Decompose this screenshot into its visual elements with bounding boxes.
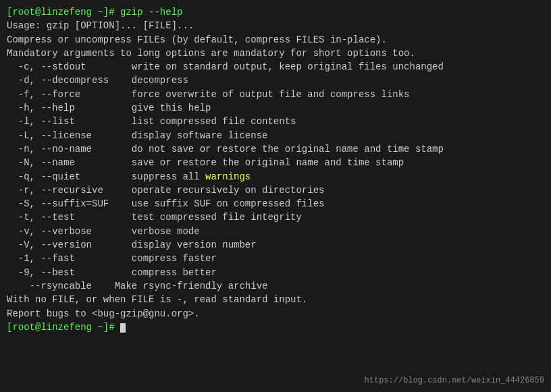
terminal-line: -v, --verbose verbose mode [7, 225, 544, 238]
terminal-text: [root@linzefeng ~]# gzip --help [7, 7, 182, 18]
terminal-text: -N, --name save or restore the original … [7, 157, 404, 168]
terminal-line: Compress or uncompress FILEs (by default… [7, 33, 544, 47]
terminal-line: -n, --no-name do not save or restore the… [7, 142, 544, 156]
terminal-line: -f, --force force overwrite of output fi… [7, 88, 544, 101]
terminal-line: -d, --decompress decompress [7, 74, 544, 87]
terminal-text: -S, --suffix=SUF use suffix SUF on compr… [7, 198, 324, 209]
terminal-line: -L, --license display software license [7, 129, 544, 142]
terminal-window: [root@linzefeng ~]# gzip --helpUsage: gz… [0, 0, 551, 392]
terminal-line: -S, --suffix=SUF use suffix SUF on compr… [7, 197, 544, 211]
terminal-text: -V, --version display version number [7, 240, 257, 250]
terminal-line: Report bugs to <bug-gzip@gnu.org>. [7, 307, 544, 320]
terminal-line: With no FILE, or when FILE is -, read st… [7, 293, 544, 306]
terminal-text: -t, --test test compressed file integrit… [7, 212, 302, 223]
terminal-line: -h, --help give this help [7, 101, 544, 115]
terminal-text: -d, --decompress decompress [7, 75, 188, 86]
terminal-text: -q, --quiet suppress all [7, 171, 205, 182]
terminal-output: [root@linzefeng ~]# gzip --helpUsage: gz… [7, 5, 544, 334]
terminal-line: Usage: gzip [OPTION]... [FILE]... [7, 19, 544, 32]
terminal-text: -f, --force force overwrite of output fi… [7, 89, 410, 100]
terminal-text: -9, --best compress better [7, 267, 217, 278]
watermark: https://blog.csdn.net/weixin_44426859 [365, 375, 544, 387]
terminal-line: [root@linzefeng ~]# gzip --help [7, 5, 544, 19]
terminal-text: -1, --fast compress faster [7, 253, 217, 264]
terminal-text: -r, --recursive operate recursively on d… [7, 185, 324, 196]
terminal-line: -r, --recursive operate recursively on d… [7, 184, 544, 197]
terminal-text: Mandatory arguments to long options are … [7, 48, 415, 59]
terminal-text: --rsyncable Make rsync-friendly archive [7, 281, 267, 291]
terminal-text: -c, --stdout write on standard output, k… [7, 61, 444, 72]
terminal-line: -l, --list list compressed file contents [7, 115, 544, 128]
terminal-line: -q, --quiet suppress all warnings [7, 170, 544, 184]
terminal-text: Report bugs to <bug-gzip@gnu.org>. [7, 308, 200, 319]
terminal-line: -1, --fast compress faster [7, 252, 544, 265]
terminal-text: -l, --list list compressed file contents [7, 116, 296, 127]
terminal-text: -v, --verbose verbose mode [7, 226, 200, 237]
terminal-text: -L, --license display software license [7, 130, 267, 141]
terminal-line: Mandatory arguments to long options are … [7, 47, 544, 60]
terminal-text: -h, --help give this help [7, 103, 211, 113]
terminal-text: Compress or uncompress FILEs (by default… [7, 34, 387, 45]
terminal-line: --rsyncable Make rsync-friendly archive [7, 279, 544, 293]
terminal-line: [root@linzefeng ~]# [7, 320, 544, 334]
terminal-text: -n, --no-name do not save or restore the… [7, 144, 444, 155]
terminal-line: -V, --version display version number [7, 238, 544, 252]
terminal-line: -c, --stdout write on standard output, k… [7, 60, 544, 74]
terminal-line: -9, --best compress better [7, 266, 544, 279]
terminal-text: Usage: gzip [OPTION]... [FILE]... [7, 20, 194, 31]
terminal-cursor [120, 323, 126, 333]
terminal-text: With no FILE, or when FILE is -, read st… [7, 294, 307, 305]
terminal-text: warnings [205, 171, 251, 182]
terminal-text: [root@linzefeng ~]# [7, 322, 120, 333]
terminal-line: -N, --name save or restore the original … [7, 156, 544, 169]
terminal-line: -t, --test test compressed file integrit… [7, 211, 544, 224]
